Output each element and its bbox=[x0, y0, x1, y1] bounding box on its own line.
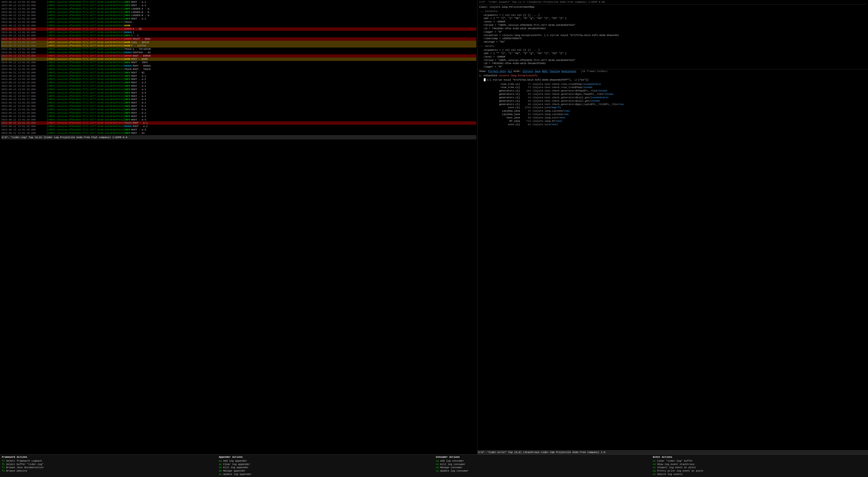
log-line: 2023-06-12 13:01:26.000 [nREPL-session-d… bbox=[1, 7, 476, 11]
framework-item-fw[interactable]: fw Browse website bbox=[2, 469, 215, 473]
log-level: INFO bbox=[124, 108, 130, 111]
log-message: 5R15f - 5b0y bbox=[133, 37, 151, 41]
frame-fn: invokeStatic bbox=[591, 96, 609, 99]
log-message: - bbox=[131, 24, 133, 27]
log-message: ROOT - a-1 bbox=[131, 17, 146, 21]
frame-ns: clojure.test.check.rose_tree$fmap/ bbox=[533, 86, 583, 89]
log-message: ROOT - a-1 bbox=[131, 101, 146, 105]
appender-item-aa[interactable]: aa Add log appender bbox=[219, 459, 432, 463]
log-timestamp: 2023-06-12 13:01:26.000 bbox=[1, 68, 46, 71]
frame-fn: invoke bbox=[604, 93, 614, 95]
log-level: INFO bbox=[124, 115, 130, 118]
log-timestamp: 2023-06-12 13:01:27.000 bbox=[1, 98, 46, 101]
event-title: Event Actions bbox=[653, 455, 866, 459]
frame-line: 51 bbox=[522, 113, 531, 116]
log-line: 2023-06-12 13:01:26.000 [nREPL-session-d… bbox=[1, 44, 476, 48]
stacktrace-frame: LazySeq.java42clojure.lang.LazySeq/sval bbox=[479, 109, 866, 113]
log-line: 2023-06-12 13:01:26.000 [nREPL-session-d… bbox=[1, 27, 476, 31]
log-session: [nREPL-session-df0e302b-f171-4277-be30-a… bbox=[46, 51, 124, 54]
log-line: 2023-06-12 13:01:26.000 [nREPL-session-d… bbox=[1, 0, 476, 4]
log-message: q - 7druGS2B bbox=[133, 48, 151, 51]
log-line: 2023-06-12 13:01:26.000 [nREPL-session-d… bbox=[1, 51, 476, 54]
consumer-item-cu[interactable]: cu Update log consumer bbox=[436, 469, 649, 473]
log-message: zyUu - 9p9j0 bbox=[131, 41, 149, 44]
event-item-ee[interactable]: ee Show log event stacktrace bbox=[653, 463, 866, 466]
stacktrace-frame: generators.clj104clojure.test.check.gene… bbox=[479, 89, 866, 93]
event-item-ep[interactable]: ep Pretty print log event at point bbox=[653, 469, 866, 473]
log-line: 2023-06-12 13:01:26.000 [nREPL-session-d… bbox=[1, 48, 476, 51]
consumer-item-ck[interactable]: ck Kill log consumer bbox=[436, 463, 649, 466]
appender-item-au[interactable]: au Update log appender bbox=[219, 473, 432, 476]
show-all[interactable]: All bbox=[507, 70, 512, 73]
unhandled-num: 1. bbox=[479, 74, 484, 77]
log-line: 2023-06-12 13:01:26.000 [nREPL-session-d… bbox=[1, 21, 476, 24]
exception-class: clojure.lang.ExceptionInfo bbox=[499, 74, 538, 77]
log-level: DEBUG bbox=[124, 125, 132, 128]
log-level: TRACE bbox=[124, 48, 132, 51]
inspector-mdc: :mdc = { "" "2", "1" "hE", "9" "g", "nh"… bbox=[479, 17, 866, 20]
frame-line: 39 bbox=[522, 116, 531, 120]
log-timestamp: 2023-06-12 13:01:26.000 bbox=[1, 24, 46, 27]
framework-item-fb[interactable]: fb Select buffer *cider-log* bbox=[2, 463, 215, 466]
hide-repl[interactable]: REPL bbox=[542, 70, 548, 73]
event-item-ei[interactable]: ei Inspect log event at point bbox=[653, 466, 866, 469]
log-timestamp: 2023-06-12 13:01:28.000 bbox=[1, 101, 46, 105]
framework-item-fs[interactable]: fs Select framework Logback bbox=[2, 459, 215, 463]
frame-method: clojure.lang.RT/next bbox=[533, 120, 562, 123]
log-session: [nREPL-session-df0e302b-f171-4277-be30-a… bbox=[46, 98, 124, 101]
frame-file: generators.clj bbox=[479, 93, 520, 96]
hide-java[interactable]: Java bbox=[534, 70, 540, 73]
event-item-es[interactable]: es Search log events bbox=[653, 473, 866, 476]
log-line: 2023-06-12 13:01:28.000 [nREPL-session-d… bbox=[1, 131, 476, 135]
log-level: DEBUG bbox=[124, 64, 132, 68]
log-level: INFO bbox=[124, 78, 130, 81]
frame-ns: clojure.core/ bbox=[533, 123, 552, 126]
log-line: 2023-06-12 13:01:26.000 [nREPL-session-d… bbox=[1, 84, 476, 88]
log-session: [nREPL-session-df0e302b-f171-4277-be30-a… bbox=[46, 61, 124, 64]
log-level: INFO bbox=[124, 17, 130, 21]
frame-method: clojure.test.check.generators$call_gen/i… bbox=[533, 96, 609, 99]
consumer-item-cm[interactable]: cm Manage consumer bbox=[436, 466, 649, 469]
event-item-ec[interactable]: ec Clear *cider-log* buffer bbox=[653, 459, 866, 463]
log-session: [nREPL-session-df0e302b-f171-4277-be30-a… bbox=[46, 17, 124, 21]
frame-fn: inv bbox=[619, 103, 624, 106]
log-level: INFO bbox=[124, 71, 130, 74]
hide-clojure[interactable]: Clojure bbox=[523, 70, 533, 73]
log-lines: 2023-06-12 13:01:26.000 [nREPL-session-d… bbox=[1, 0, 476, 135]
appender-item-ak[interactable]: ak Kill log appender bbox=[219, 466, 432, 469]
log-session: [nREPL-session-df0e302b-f171-4277-be30-a… bbox=[46, 31, 124, 34]
inspector-panel: U:%*- *cider-inspect* Top (1,7) (Inspect… bbox=[477, 0, 868, 69]
unhandled-text: Unhandled bbox=[484, 74, 499, 77]
log-line: 2023-06-12 13:01:27.000 [nREPL-session-d… bbox=[1, 95, 476, 98]
log-level: INFO bbox=[124, 111, 130, 115]
frame-line: 59 bbox=[522, 93, 531, 96]
show-hide-bar: Show: Project-Only All Hide: Clojure Jav… bbox=[479, 70, 866, 73]
log-session: [nREPL-session-df0e302b-f171-4277-be30-a… bbox=[46, 37, 124, 41]
inspector-datafy-logger: :logger = "0" bbox=[479, 65, 866, 68]
log-message: ROOT - a-1 bbox=[131, 74, 146, 78]
show-project-only[interactable]: Project-Only bbox=[488, 70, 506, 73]
consumer-item-ca[interactable]: ca Add log consumer bbox=[436, 459, 649, 463]
log-line: 2023-06-12 13:01:26.000 [nREPL-session-d… bbox=[1, 24, 476, 27]
frame-method: clojure.test.check.generators$gen_tuple$… bbox=[533, 103, 624, 106]
log-line: 2023-06-12 13:01:26.000 [nREPL-session-d… bbox=[1, 68, 476, 71]
frame-file: generators.clj bbox=[479, 103, 520, 106]
log-timestamp: 2023-06-12 13:01:26.000 bbox=[1, 21, 46, 24]
appender-item-ac[interactable]: ac Clear log appender bbox=[219, 463, 432, 466]
hide-tooling[interactable]: Tooling bbox=[549, 70, 560, 73]
inspector-class: Class: clojure.lang.PersistentHashMap bbox=[479, 5, 866, 9]
log-level: ERROR bbox=[124, 37, 132, 41]
inspector-datafy-level: :level = :ERROR bbox=[479, 55, 866, 59]
frame-fn: next bbox=[552, 123, 558, 126]
appender-item-am[interactable]: am Manage appender bbox=[219, 469, 432, 473]
framework-item-fj[interactable]: fj Browse Java documentation bbox=[2, 466, 215, 469]
log-line: 2023-06-12 13:01:26.000 [nREPL-session-d… bbox=[1, 64, 476, 68]
hide-duplicates[interactable]: Duplicates bbox=[561, 70, 576, 73]
log-message: ROOT - TRACE bbox=[133, 68, 151, 71]
log-timestamp: 2023-06-12 13:01:26.000 bbox=[1, 78, 46, 81]
frame-ns: clojure.test.check.generators$call_gen/ bbox=[533, 96, 591, 99]
log-session: [nREPL-session-df0e302b-f171-4277-be30-a… bbox=[46, 0, 124, 4]
log-message: ROOT - a-3 bbox=[131, 91, 146, 95]
framework-title: Framework Actions bbox=[2, 455, 215, 459]
log-timestamp: 2023-06-12 13:01:28.000 bbox=[1, 121, 46, 125]
